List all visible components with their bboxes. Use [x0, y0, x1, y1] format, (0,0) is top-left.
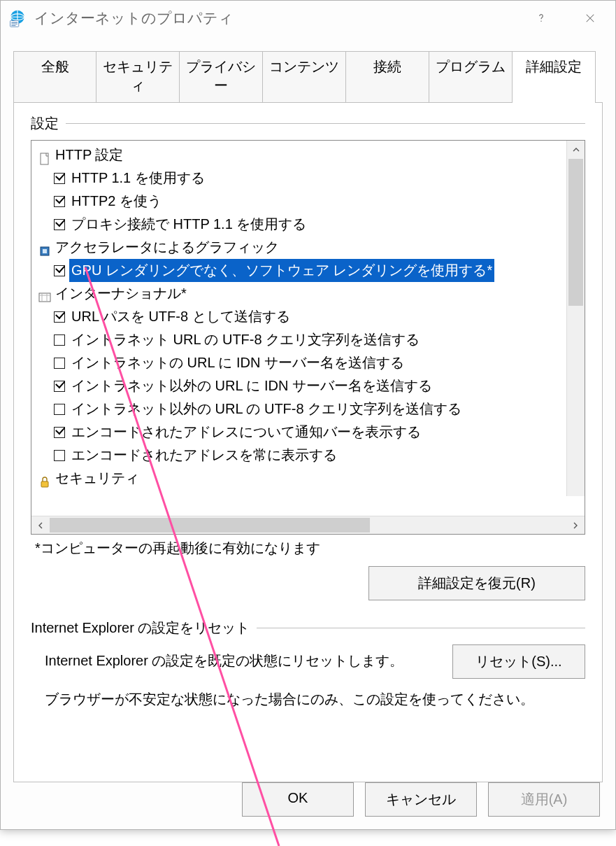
checkbox[interactable] — [54, 404, 65, 415]
button-label: 詳細設定を復元(R) — [418, 575, 536, 591]
help-button[interactable] — [520, 4, 562, 32]
tab-strip: 全般 セキュリティ プライバシー コンテンツ 接続 プログラム 詳細設定 — [13, 51, 603, 102]
ok-button[interactable]: OK — [242, 782, 354, 817]
vertical-scrollbar[interactable] — [566, 141, 585, 496]
tab-label: コンテンツ — [269, 59, 339, 74]
setting-label: イントラネット以外の URL に IDN サーバー名を送信する — [69, 374, 434, 397]
setting-encoded-always[interactable]: エンコードされたアドレスを常に表示する — [37, 444, 565, 467]
setting-proxy-http11[interactable]: プロキシ接続で HTTP 1.1 を使用する — [37, 213, 565, 236]
divider — [257, 628, 585, 628]
checkbox[interactable] — [54, 358, 65, 369]
reset-description: Internet Explorer の設定を既定の状態にリセットします。 — [45, 651, 403, 670]
setting-software-rendering[interactable]: GPU レンダリングでなく、ソフトウェア レンダリングを使用する* — [37, 259, 565, 282]
dialog-footer: OK キャンセル 適用(A) — [1, 782, 615, 829]
category-label: セキュリティ — [55, 467, 139, 490]
tab-label: セキュリティ — [103, 59, 173, 93]
category-label: HTTP 設定 — [55, 143, 123, 167]
scrollbar-thumb[interactable] — [568, 159, 583, 306]
scroll-left-icon[interactable] — [31, 516, 50, 534]
setting-label: エンコードされたアドレスについて通知バーを表示する — [69, 421, 423, 444]
chip-icon — [38, 241, 51, 254]
checkbox[interactable] — [54, 173, 65, 184]
setting-intranet-utf8-query[interactable]: イントラネット URL の UTF-8 クエリ文字列を送信する — [37, 328, 565, 351]
svg-rect-4 — [41, 153, 48, 164]
svg-rect-8 — [41, 481, 48, 487]
checkbox[interactable] — [54, 265, 65, 276]
checkbox[interactable] — [54, 450, 65, 461]
tab-connections[interactable]: 接続 — [346, 51, 429, 102]
button-label: キャンセル — [386, 791, 456, 807]
tab-security[interactable]: セキュリティ — [96, 51, 180, 102]
document-icon — [38, 149, 51, 162]
setting-nonintranet-idn[interactable]: イントラネット以外の URL に IDN サーバー名を送信する — [37, 374, 565, 397]
setting-label: HTTP2 を使う — [69, 190, 164, 213]
category-security[interactable]: セキュリティ — [37, 467, 565, 490]
divider — [66, 123, 585, 124]
svg-rect-7 — [39, 293, 50, 302]
setting-label: プロキシ接続で HTTP 1.1 を使用する — [69, 213, 308, 236]
tab-programs[interactable]: プログラム — [429, 51, 513, 102]
internet-options-icon — [8, 8, 27, 28]
category-http[interactable]: HTTP 設定 — [37, 143, 565, 167]
reset-group-label: Internet Explorer の設定をリセット — [31, 619, 585, 637]
scroll-up-icon[interactable] — [567, 141, 585, 159]
restart-footnote: *コンピューターの再起動後に有効になります — [35, 539, 585, 558]
setting-http2[interactable]: HTTP2 を使う — [37, 190, 565, 213]
tab-label: 全般 — [41, 59, 69, 74]
setting-intranet-idn[interactable]: イントラネットの URL に IDN サーバー名を送信する — [37, 351, 565, 374]
lock-icon — [38, 472, 51, 485]
category-label: アクセラレータによるグラフィック — [55, 236, 279, 259]
tab-label: 接続 — [373, 59, 401, 74]
tab-advanced[interactable]: 詳細設定 — [513, 51, 596, 102]
setting-label: URL パスを UTF-8 として送信する — [69, 305, 292, 328]
checkbox[interactable] — [54, 196, 65, 207]
settings-group-label: 設定 — [31, 114, 585, 133]
titlebar: インターネットのプロパティ — [1, 1, 615, 36]
internet-properties-dialog: インターネットのプロパティ 全般 セキュリティ プライバシー コンテンツ 接続 … — [0, 0, 616, 830]
reset-warning: ブラウザーが不安定な状態になった場合にのみ、この設定を使ってください。 — [45, 690, 585, 709]
category-label: インターナショナル* — [55, 282, 187, 305]
reset-button[interactable]: リセット(S)... — [452, 644, 585, 679]
tab-label: プライバシー — [186, 59, 256, 93]
button-label: リセット(S)... — [475, 654, 561, 669]
setting-label: イントラネットの URL に IDN サーバー名を送信する — [69, 351, 406, 374]
button-label: OK — [288, 790, 308, 805]
advanced-tab-panel: 設定 HTTP 設定 HTTP 1.1 を使用する HTTP2 を使う プロキシ… — [13, 102, 603, 782]
group-label-text: Internet Explorer の設定をリセット — [31, 619, 250, 637]
horizontal-scrollbar[interactable] — [31, 516, 585, 534]
category-accelerated-graphics[interactable]: アクセラレータによるグラフィック — [37, 236, 565, 259]
setting-label: エンコードされたアドレスを常に表示する — [69, 444, 339, 467]
setting-nonintranet-utf8-query[interactable]: イントラネット以外の URL の UTF-8 クエリ文字列を送信する — [37, 397, 565, 421]
button-label: 適用(A) — [521, 791, 568, 807]
tab-label: 詳細設定 — [526, 59, 582, 74]
tab-content[interactable]: コンテンツ — [263, 51, 346, 102]
svg-rect-6 — [43, 249, 47, 253]
setting-encoded-notify[interactable]: エンコードされたアドレスについて通知バーを表示する — [37, 421, 565, 444]
setting-label: HTTP 1.1 を使用する — [69, 167, 207, 190]
close-button[interactable] — [569, 4, 611, 32]
scroll-right-icon[interactable] — [566, 516, 585, 534]
setting-label: イントラネット URL の UTF-8 クエリ文字列を送信する — [69, 328, 422, 351]
tab-privacy[interactable]: プライバシー — [180, 51, 263, 102]
restore-advanced-button[interactable]: 詳細設定を復元(R) — [368, 566, 585, 600]
checkbox[interactable] — [54, 381, 65, 392]
checkbox[interactable] — [54, 334, 65, 346]
svg-point-3 — [540, 20, 542, 22]
scrollbar-thumb[interactable] — [50, 518, 370, 533]
tab-label: プログラム — [436, 59, 506, 74]
setting-label: GPU レンダリングでなく、ソフトウェア レンダリングを使用する* — [69, 259, 494, 282]
globe-icon — [38, 288, 51, 300]
tab-general[interactable]: 全般 — [13, 51, 96, 102]
group-label-text: 設定 — [31, 114, 59, 133]
cancel-button[interactable]: キャンセル — [365, 782, 477, 817]
setting-url-utf8[interactable]: URL パスを UTF-8 として送信する — [37, 305, 565, 328]
checkbox[interactable] — [54, 311, 65, 323]
apply-button[interactable]: 適用(A) — [488, 782, 600, 817]
setting-label: イントラネット以外の URL の UTF-8 クエリ文字列を送信する — [69, 397, 464, 421]
category-international[interactable]: インターナショナル* — [37, 282, 565, 305]
checkbox[interactable] — [54, 427, 65, 438]
window-title: インターネットのプロパティ — [34, 8, 513, 28]
checkbox[interactable] — [54, 219, 65, 230]
settings-tree: HTTP 設定 HTTP 1.1 を使用する HTTP2 を使う プロキシ接続で… — [31, 140, 585, 535]
setting-http11[interactable]: HTTP 1.1 を使用する — [37, 167, 565, 190]
